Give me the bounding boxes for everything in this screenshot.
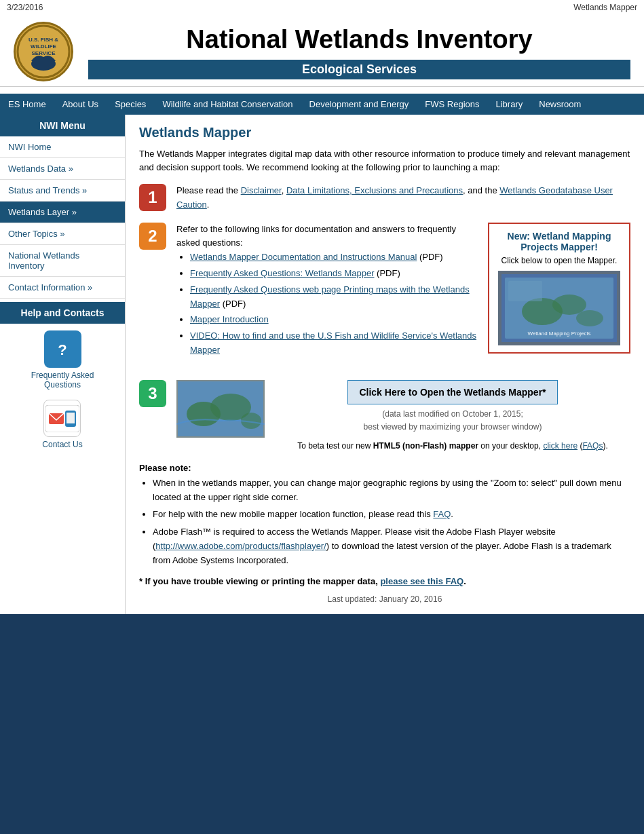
- nav-wildlife[interactable]: Wildlife and Habitat Conservation: [154, 94, 301, 115]
- step-1-container: 1 Please read the Disclaimer, Data Limit…: [139, 184, 630, 212]
- faq-printing-link[interactable]: Frequently Asked Questions web page Prin…: [190, 284, 470, 309]
- site-subtitle: Ecological Services: [88, 60, 630, 79]
- sidebar-item-nwi-home[interactable]: NWI Home: [0, 136, 125, 158]
- faq-mapper-link[interactable]: Frequently Asked Questions: Wetlands Map…: [190, 268, 374, 278]
- main-content: Wetlands Mapper The Wetlands Mapper inte…: [126, 115, 644, 614]
- svg-rect-16: [508, 281, 542, 301]
- svg-text:U.S. FISH &: U.S. FISH &: [29, 37, 58, 43]
- svg-text:WILDLIFE: WILDLIFE: [31, 43, 56, 50]
- step-2-number: 2: [139, 223, 166, 250]
- mapper-intro-link[interactable]: Mapper Introduction: [190, 314, 269, 324]
- new-mapper-title: New: Wetland Mapping Projects Mapper!: [496, 231, 622, 252]
- nav-development[interactable]: Development and Energy: [301, 94, 417, 115]
- note-item-3: Adobe Flash™ is required to access the W…: [153, 525, 630, 567]
- sidebar-menu-title: NWI Menu: [0, 115, 125, 136]
- new-mapper-image[interactable]: Wetland Mapping Projects: [498, 271, 620, 345]
- svg-text:Wetland Mapping Projects: Wetland Mapping Projects: [527, 330, 590, 337]
- step-1-number: 1: [139, 184, 166, 211]
- step-3-container: 3 Click Here to Open th: [139, 380, 630, 453]
- open-mapper-button[interactable]: Click Here to Open the Wetlands Mapper*: [347, 380, 557, 404]
- page-title-top: Wetlands Mapper: [573, 3, 637, 12]
- mapper-note1: (data last modified on October 1, 2015;: [275, 408, 630, 421]
- step-2-content: Refer to the following links for documen…: [176, 223, 478, 360]
- mobile-faq-link[interactable]: FAQ: [433, 509, 451, 519]
- trouble-faq-link[interactable]: please see this FAQ: [380, 576, 463, 586]
- sidebar-help-title: Help and Contacts: [0, 302, 125, 324]
- html5-note: To beta test our new HTML5 (non-Flash) m…: [275, 440, 630, 453]
- svg-rect-10: [67, 413, 75, 423]
- nav-species[interactable]: Species: [107, 94, 154, 115]
- step-3-number: 3: [139, 380, 166, 407]
- step3-links: Click Here to Open the Wetlands Mapper* …: [275, 380, 630, 453]
- svg-text:SERVICE: SERVICE: [32, 50, 56, 56]
- contact-us-label: Contact Us: [42, 440, 82, 449]
- sidebar-item-contact-info[interactable]: Contact Information »: [0, 277, 125, 299]
- sidebar-item-status-trends[interactable]: Status and Trends »: [0, 180, 125, 202]
- navigation-bar: ES Home About Us Species Wildlife and Ha…: [0, 94, 644, 115]
- note-item-1: When in the wetlands mapper, you can cha…: [153, 476, 630, 505]
- sidebar-item-other-topics[interactable]: Other Topics »: [0, 223, 125, 245]
- video-link[interactable]: VIDEO: How to find and use the U.S Fish …: [190, 330, 476, 355]
- sidebar-item-wetlands-data[interactable]: Wetlands Data »: [0, 158, 125, 180]
- html5-faq-link[interactable]: FAQs: [582, 441, 603, 451]
- last-updated: Last updated: January 20, 2016: [139, 594, 630, 604]
- adobe-link[interactable]: http://www.adobe.com/products/flashplaye…: [155, 541, 326, 551]
- sidebar: NWI Menu NWI Home Wetlands Data » Status…: [0, 115, 126, 614]
- step-3-content: Click Here to Open the Wetlands Mapper* …: [176, 380, 630, 453]
- faq-icon: ?: [44, 330, 81, 368]
- nav-newsroom[interactable]: Newsroom: [531, 94, 589, 115]
- new-mapper-box: New: Wetland Mapping Projects Mapper! Cl…: [488, 223, 630, 354]
- fws-logo: U.S. FISH & WILDLIFE SERVICE: [14, 22, 73, 81]
- contact-icon: [43, 400, 81, 437]
- disclaimer-link[interactable]: Disclaimer: [241, 185, 282, 195]
- step-2-container: 2 Refer to the following links for docum…: [139, 223, 478, 360]
- new-mapper-subtitle: Click below to open the Mapper.: [496, 256, 622, 265]
- sidebar-item-wetlands-layer[interactable]: Wetlands Layer »: [0, 202, 125, 223]
- nav-about-us[interactable]: About Us: [54, 94, 107, 115]
- step-1-content: Please read the Disclaimer, Data Limitat…: [176, 184, 630, 212]
- site-title: National Wetlands Inventory: [88, 25, 630, 54]
- content-title: Wetlands Mapper: [139, 125, 630, 140]
- step3-map-thumbnail: [176, 380, 265, 438]
- documentation-link[interactable]: Wetlands Mapper Documentation and Instru…: [190, 252, 417, 262]
- data-limitations-link[interactable]: Data Limitations, Exclusions and Precaut…: [286, 185, 463, 195]
- svg-text:?: ?: [58, 341, 67, 358]
- please-note-section: Please note: When in the wetlands mapper…: [139, 463, 630, 568]
- content-intro: The Wetlands Mapper integrates digital m…: [139, 147, 630, 174]
- note-item-2: For help with the new mobile mapper loca…: [153, 508, 630, 522]
- nav-es-home[interactable]: ES Home: [0, 94, 54, 115]
- please-note-title: Please note:: [139, 463, 630, 473]
- trouble-note: * If you have trouble viewing or printin…: [139, 576, 630, 586]
- nav-library[interactable]: Library: [488, 94, 531, 115]
- footer-blue-area: [0, 614, 644, 835]
- faq-label: Frequently AskedQuestions: [31, 371, 94, 390]
- svg-point-15: [576, 310, 603, 326]
- mapper-note2: best viewed by maximizing your browser w…: [275, 421, 630, 434]
- sidebar-item-nwi[interactable]: National Wetlands Inventory: [0, 245, 125, 277]
- faq-help-item[interactable]: ? Frequently AskedQuestions: [31, 330, 94, 390]
- nav-fws-regions[interactable]: FWS Regions: [417, 94, 487, 115]
- html5-mapper-link[interactable]: click here: [543, 441, 577, 451]
- contact-us-help-item[interactable]: Contact Us: [42, 400, 82, 449]
- svg-point-14: [552, 295, 586, 315]
- date-label: 3/23/2016: [7, 3, 43, 12]
